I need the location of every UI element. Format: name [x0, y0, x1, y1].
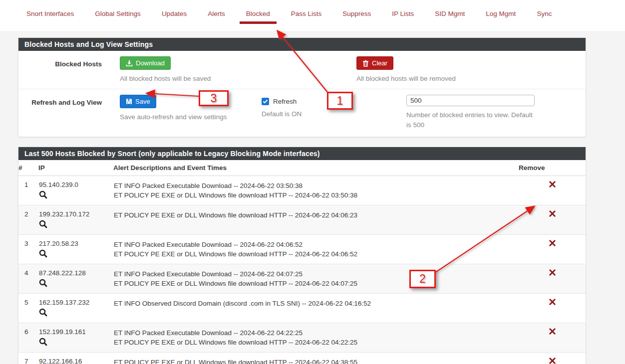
refresh-log-view-label: Refresh and Log View — [18, 95, 102, 130]
save-icon — [126, 98, 132, 105]
settings-panel-title: Blocked Hosts and Log View Settings — [18, 38, 586, 51]
table-row: 1 95.140.239.0 ET INFO Packed Executable… — [18, 176, 586, 205]
snort-tab-bar: Snort Interfaces Global Settings Updates… — [0, 0, 625, 31]
tab-log-mgmt[interactable]: Log Mgmt — [479, 10, 522, 24]
refresh-log-view-row: Refresh and Log View Save Save auto-refr… — [18, 89, 586, 137]
clear-help-text: All blocked hosts will be removed — [356, 75, 456, 82]
alert-description-line: ET POLICY PE EXE or DLL Windows file dow… — [114, 279, 518, 288]
tab-updates[interactable]: Updates — [155, 10, 193, 24]
row-number: 3 — [18, 235, 38, 264]
tab-global-settings[interactable]: Global Settings — [88, 10, 147, 24]
alert-description-line: ET INFO Packed Executable Download -- 20… — [114, 240, 518, 249]
table-row: 7 92.122.166.16 ET POLICY PE EXE or DLL … — [18, 353, 586, 364]
blocked-entries-help-text: Number of blocked entries to view. Defau… — [406, 110, 537, 130]
alert-description-line: ET POLICY PE EXE or DLL Windows file dow… — [114, 358, 518, 364]
alert-description-line: ET INFO Observed Discord Domain (discord… — [114, 299, 518, 308]
trash-icon — [362, 60, 369, 67]
alert-descriptions: ET INFO Observed Discord Domain (discord… — [113, 294, 519, 323]
alert-description-line: ET INFO Packed Executable Download -- 20… — [114, 328, 518, 338]
tab-alerts[interactable]: Alerts — [201, 10, 232, 24]
row-number: 5 — [18, 294, 38, 323]
settings-panel: Blocked Hosts and Log View Settings Bloc… — [18, 37, 586, 137]
blocked-hosts-panel: Last 500 Hosts Blocked by Snort (only ap… — [18, 147, 586, 364]
table-header-row: # IP Alert Descriptions and Event Times … — [18, 160, 586, 176]
blocked-ip: 87.248.222.128 — [39, 269, 113, 277]
blocked-ip: 152.199.19.161 — [39, 328, 113, 336]
blocked-hosts-table: # IP Alert Descriptions and Event Times … — [18, 160, 586, 364]
blocked-ip: 162.159.137.232 — [39, 299, 113, 306]
alert-descriptions: ET INFO Packed Executable Download -- 20… — [113, 264, 519, 294]
blocked-ip: 199.232.170.172 — [39, 210, 113, 218]
blocked-hosts-label: Blocked Hosts — [18, 56, 102, 82]
alert-descriptions: ET POLICY PE EXE or DLL Windows file dow… — [113, 353, 519, 364]
save-button-label: Save — [135, 98, 150, 105]
blocked-hosts-panel-title: Last 500 Hosts Blocked by Snort (only ap… — [18, 147, 586, 160]
search-icon[interactable] — [39, 220, 47, 230]
col-header-num: # — [18, 160, 38, 176]
remove-x-icon[interactable] — [549, 210, 556, 218]
alert-description-line: ET POLICY PE EXE or DLL Windows file dow… — [114, 210, 518, 220]
table-row: 5 162.159.137.232 ET INFO Observed Disco… — [18, 294, 586, 323]
remove-x-icon[interactable] — [549, 328, 556, 336]
table-row: 4 87.248.222.128 ET INFO Packed Executab… — [18, 264, 586, 294]
alert-description-line: ET POLICY PE EXE or DLL Windows file dow… — [114, 190, 518, 200]
blocked-hosts-row: Blocked Hosts Download All blocked hosts… — [18, 51, 586, 89]
clear-button[interactable]: Clear — [356, 56, 393, 70]
refresh-help-text: Default is ON — [262, 110, 388, 118]
alert-description-line: ET INFO Packed Executable Download -- 20… — [114, 181, 518, 190]
row-number: 1 — [18, 176, 38, 205]
alert-description-line: ET POLICY PE EXE or DLL Windows file dow… — [114, 249, 518, 259]
alert-descriptions: ET INFO Packed Executable Download -- 20… — [113, 235, 519, 264]
clear-button-label: Clear — [372, 59, 387, 67]
search-icon[interactable] — [39, 249, 47, 259]
save-help-text: Save auto-refresh and view settings — [120, 113, 244, 121]
table-row: 2 199.232.170.172 ET POLICY PE EXE or DL… — [18, 205, 586, 235]
col-header-descriptions: Alert Descriptions and Event Times — [113, 160, 519, 176]
col-header-ip: IP — [38, 160, 113, 176]
row-number: 7 — [18, 353, 38, 364]
search-icon[interactable] — [39, 190, 47, 200]
remove-x-icon[interactable] — [549, 240, 556, 248]
refresh-checkbox-label: Refresh — [273, 98, 297, 105]
blocked-ip: 217.20.58.23 — [39, 240, 113, 247]
tab-suppress[interactable]: Suppress — [336, 10, 377, 24]
alert-descriptions: ET INFO Packed Executable Download -- 20… — [113, 323, 519, 353]
alert-description-line: ET INFO Packed Executable Download -- 20… — [114, 269, 518, 279]
remove-x-icon[interactable] — [549, 358, 556, 364]
search-icon[interactable] — [39, 338, 47, 348]
table-row: 3 217.20.58.23 ET INFO Packed Executable… — [18, 235, 586, 264]
download-icon — [126, 60, 133, 67]
blocked-ip: 92.122.166.16 — [39, 358, 113, 364]
download-button-label: Download — [136, 59, 165, 67]
blocked-entries-input[interactable] — [406, 95, 535, 106]
row-number: 6 — [18, 323, 38, 353]
refresh-checkbox[interactable] — [262, 98, 269, 105]
remove-x-icon[interactable] — [549, 181, 556, 189]
alert-descriptions: ET INFO Packed Executable Download -- 20… — [113, 176, 519, 205]
search-icon[interactable] — [39, 279, 47, 289]
col-header-remove: Remove — [519, 160, 586, 176]
tab-sid-mgmt[interactable]: SID Mgmt — [428, 10, 471, 24]
row-number: 4 — [18, 264, 38, 294]
download-button[interactable]: Download — [120, 56, 171, 70]
tab-pass-lists[interactable]: Pass Lists — [285, 10, 328, 24]
alert-descriptions: ET POLICY PE EXE or DLL Windows file dow… — [113, 205, 519, 235]
blocked-ip: 95.140.239.0 — [39, 181, 113, 188]
tab-sync[interactable]: Sync — [530, 10, 558, 24]
save-button[interactable]: Save — [120, 95, 156, 108]
download-help-text: All blocked hosts will be saved — [120, 75, 338, 82]
alert-description-line: ET POLICY PE EXE or DLL Windows file dow… — [114, 338, 518, 347]
remove-x-icon[interactable] — [549, 299, 556, 307]
table-row: 6 152.199.19.161 ET INFO Packed Executab… — [18, 323, 586, 353]
tab-snort-interfaces[interactable]: Snort Interfaces — [20, 10, 80, 24]
remove-x-icon[interactable] — [549, 269, 556, 277]
tab-blocked[interactable]: Blocked — [240, 10, 277, 24]
tab-ip-lists[interactable]: IP Lists — [385, 10, 420, 24]
row-number: 2 — [18, 205, 38, 235]
search-icon[interactable] — [39, 308, 47, 318]
